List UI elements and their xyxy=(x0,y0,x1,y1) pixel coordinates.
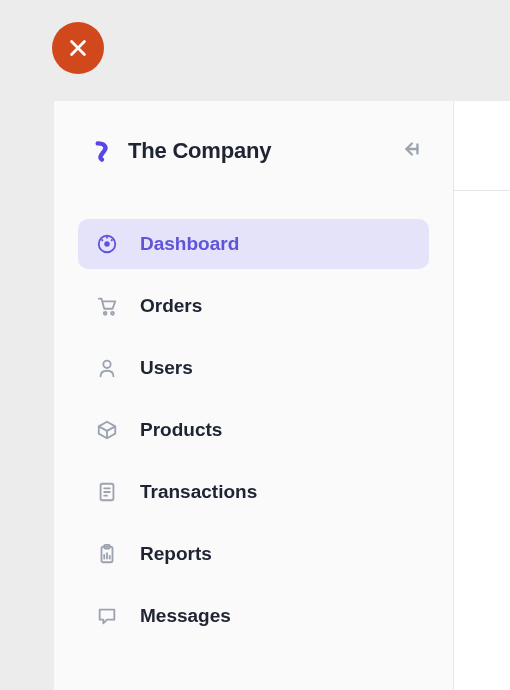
brand-row: The Company xyxy=(54,137,453,165)
sidebar-item-products[interactable]: Products xyxy=(78,405,429,455)
svg-line-8 xyxy=(102,239,103,240)
close-icon xyxy=(67,37,89,59)
sidebar-item-label: Transactions xyxy=(140,481,257,503)
app-panel: The Company Dashboard xyxy=(54,101,510,690)
message-icon xyxy=(96,605,118,627)
user-icon xyxy=(96,357,118,379)
sidebar-item-label: Dashboard xyxy=(140,233,239,255)
receipt-icon xyxy=(96,481,118,503)
brand-logo-icon xyxy=(88,137,116,165)
clipboard-icon xyxy=(96,543,118,565)
dashboard-icon xyxy=(96,233,118,255)
sidebar-item-reports[interactable]: Reports xyxy=(78,529,429,579)
sidebar-item-dashboard[interactable]: Dashboard xyxy=(78,219,429,269)
cart-icon xyxy=(96,295,118,317)
svg-line-7 xyxy=(111,239,112,240)
sidebar-item-label: Users xyxy=(140,357,193,379)
sidebar-item-messages[interactable]: Messages xyxy=(78,591,429,641)
sidebar-item-orders[interactable]: Orders xyxy=(78,281,429,331)
sidebar-item-label: Products xyxy=(140,419,222,441)
svg-point-5 xyxy=(105,242,109,246)
sidebar-item-transactions[interactable]: Transactions xyxy=(78,467,429,517)
collapse-icon xyxy=(400,138,422,164)
svg-point-11 xyxy=(103,361,110,368)
svg-point-9 xyxy=(104,312,107,315)
sidebar-item-label: Reports xyxy=(140,543,212,565)
sidebar-item-label: Orders xyxy=(140,295,202,317)
topbar-separator xyxy=(454,190,510,191)
collapse-sidebar-button[interactable] xyxy=(397,137,425,165)
close-button[interactable] xyxy=(52,22,104,74)
sidebar: The Company Dashboard xyxy=(54,101,454,690)
box-icon xyxy=(96,419,118,441)
sidebar-item-users[interactable]: Users xyxy=(78,343,429,393)
svg-point-10 xyxy=(111,312,114,315)
sidebar-item-label: Messages xyxy=(140,605,231,627)
sidebar-nav: Dashboard Orders Users xyxy=(54,219,453,641)
brand-name: The Company xyxy=(128,138,397,164)
